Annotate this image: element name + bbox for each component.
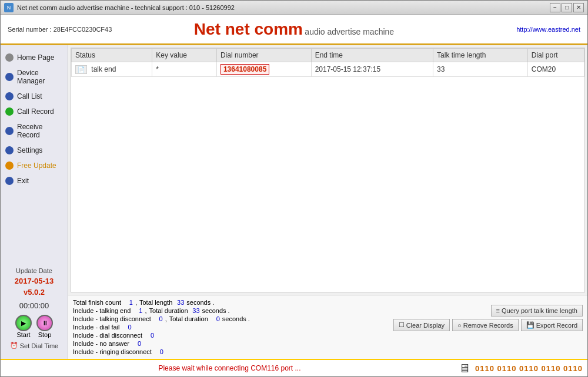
- close-button[interactable]: ✕: [573, 3, 584, 12]
- sidebar-item-receive-record[interactable]: Receive Record: [1, 119, 68, 143]
- comma2: ,: [145, 307, 146, 314]
- total-duration2-label: Total duration: [169, 315, 208, 322]
- clear-icon: ☐: [399, 321, 405, 329]
- comma1: ,: [135, 299, 137, 306]
- start-button[interactable]: ▶ Start: [15, 315, 32, 338]
- monitor-icon: 🖥: [459, 362, 470, 375]
- table-header-row: Status Key value Dial number End time Ta…: [72, 49, 584, 62]
- app-title: Net net comm audio advertise machine: [151, 20, 437, 39]
- sub-title: audio advertise machine: [305, 27, 394, 36]
- sidebar-label-settings: Settings: [17, 146, 42, 154]
- col-dialnumber: Dial number: [216, 49, 311, 62]
- sidebar-item-call-record[interactable]: Call Record: [1, 104, 68, 119]
- total-duration-value: 33: [191, 307, 200, 314]
- timer-display: 00:00:00: [5, 301, 63, 310]
- dial-disconnect-label: Include - dial disconnect: [73, 332, 142, 339]
- stop-button[interactable]: ⏸ Stop: [36, 315, 53, 338]
- dial-disconnect-value: 0: [145, 332, 154, 339]
- total-finish-value: 1: [123, 299, 133, 306]
- version-label: v5.0.2: [5, 288, 63, 297]
- content-area: Status Key value Dial number End time Ta…: [68, 45, 587, 359]
- clear-display-button[interactable]: ☐ Clear Display: [393, 319, 450, 331]
- dial-fail-label: Include - dial fail: [73, 324, 120, 331]
- window-title: Net net comm audio advertise machine - t…: [17, 4, 550, 11]
- stat-talking-end: Include - talking end 1 , Total duration…: [73, 307, 389, 314]
- query-port-label: Query port talk time length: [502, 307, 577, 314]
- remove-icon: ○: [457, 322, 462, 329]
- sidebar-dot: [5, 161, 14, 170]
- query-port-button[interactable]: ≡ Query port talk time length: [491, 305, 583, 317]
- stat-ringing-disconnect: Include - ringing disconnect 0: [73, 348, 389, 355]
- status-bar: Please wait while connecting COM116 port…: [1, 359, 587, 376]
- total-duration2-unit: seconds .: [222, 315, 250, 322]
- cell-keyvalue: *: [152, 62, 217, 77]
- stat-dial-fail: Include - dial fail 0: [73, 324, 389, 331]
- dial-fail-value: 0: [122, 324, 132, 331]
- binary-display: 0110 0110 0110 0110 0110: [475, 364, 583, 373]
- update-date-label: Update Date: [5, 267, 63, 274]
- clock-icon: ⏰: [10, 342, 18, 349]
- window-controls: − □ ✕: [550, 3, 584, 12]
- sidebar-item-call-list[interactable]: Call List: [1, 89, 68, 104]
- start-stop-controls: ▶ Start ⏸ Stop: [5, 315, 63, 338]
- bottom-stats: Total finish count 1 , Total length 33 s…: [68, 295, 587, 359]
- sidebar-item-device-manager[interactable]: Device Manager: [1, 65, 68, 89]
- stat-no-answer: Include - no answer 0: [73, 340, 389, 347]
- total-finish-label: Total finish count: [73, 299, 121, 306]
- sidebar-label-call-record: Call Record: [17, 107, 54, 116]
- sidebar-dot: [5, 127, 14, 135]
- website-url: http://www.eastred.net: [437, 26, 581, 33]
- sidebar-dot: [5, 53, 14, 62]
- maximize-button[interactable]: □: [562, 3, 572, 12]
- minimize-button[interactable]: −: [550, 3, 560, 12]
- start-label: Start: [16, 331, 30, 338]
- cell-talktime: 33: [433, 62, 528, 77]
- action-buttons: ≡ Query port talk time length ☐ Clear Di…: [393, 305, 583, 331]
- sidebar-label-homepage: Home Page: [17, 53, 54, 62]
- export-record-button[interactable]: 💾 Export Record: [521, 319, 583, 331]
- stop-icon: ⏸: [36, 315, 53, 331]
- sidebar-bottom: Update Date 2017-05-13 v5.0.2 00:00:00 ▶…: [1, 262, 68, 354]
- talking-end-value: 1: [133, 307, 142, 314]
- status-text: Please wait while connecting COM116 port…: [5, 364, 454, 372]
- sidebar: Home Page Device Manager Call List Call …: [1, 45, 68, 359]
- remove-records-label: Remove Records: [463, 322, 513, 329]
- export-record-label: Export Record: [536, 322, 577, 329]
- sidebar-item-free-update[interactable]: Free Update: [1, 158, 68, 173]
- sidebar-label-free-update: Free Update: [17, 161, 56, 170]
- stop-label: Stop: [38, 331, 52, 338]
- set-dial-button[interactable]: ⏰ Set Dial Time: [5, 342, 63, 349]
- query-icon: ≡: [496, 307, 500, 314]
- talking-end-label: Include - talking end: [73, 307, 131, 314]
- total-duration-label: Total duration: [149, 307, 188, 314]
- sidebar-dot: [5, 73, 14, 81]
- dial-number-value: 13641080085: [220, 64, 269, 75]
- header: Serial number : 28E4FCC0230CF43 Net net …: [1, 15, 587, 45]
- remove-records-button[interactable]: ○ Remove Records: [452, 319, 519, 331]
- total-length-value: 33: [175, 299, 184, 306]
- total-duration-unit: seconds .: [202, 307, 230, 314]
- sidebar-item-exit[interactable]: Exit: [1, 173, 68, 188]
- talking-disconnect-value: 0: [153, 315, 163, 322]
- comma3: ,: [165, 315, 167, 322]
- sidebar-dot: [5, 107, 14, 116]
- stat-dial-disconnect: Include - dial disconnect 0: [73, 332, 389, 339]
- cell-dialport: COM20: [527, 62, 584, 77]
- cell-status: 📄 talk end: [72, 62, 152, 77]
- clear-display-label: Clear Display: [406, 322, 445, 329]
- col-keyvalue: Key value: [152, 49, 217, 62]
- sidebar-dot: [5, 92, 14, 100]
- stat-total-finish: Total finish count 1 , Total length 33 s…: [73, 299, 389, 306]
- app-icon: N: [4, 3, 14, 12]
- total-length-unit: seconds .: [186, 299, 214, 306]
- cell-dialnumber: 13641080085: [216, 62, 311, 77]
- data-table-container[interactable]: Status Key value Dial number End time Ta…: [71, 48, 585, 292]
- col-endtime: End time: [311, 49, 433, 62]
- sidebar-item-settings[interactable]: Settings: [1, 143, 68, 158]
- sidebar-dot: [5, 177, 14, 185]
- play-icon: ▶: [15, 315, 32, 331]
- sidebar-item-homepage[interactable]: Home Page: [1, 50, 68, 65]
- main-layout: Home Page Device Manager Call List Call …: [1, 45, 587, 359]
- call-record-table: Status Key value Dial number End time Ta…: [71, 48, 584, 77]
- no-answer-label: Include - no answer: [73, 340, 129, 347]
